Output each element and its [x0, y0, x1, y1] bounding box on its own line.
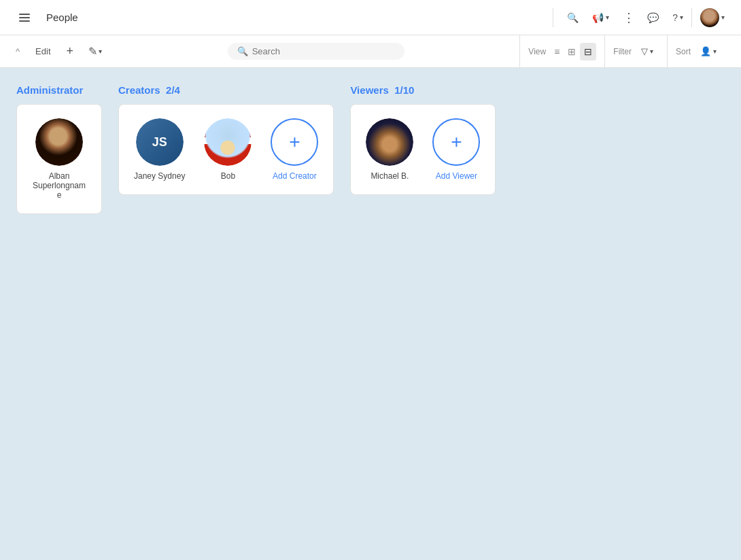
- menu-button[interactable]: [11, 7, 38, 29]
- alban-avatar: [35, 118, 83, 166]
- group-admin: Administrator Alban Superlongname: [16, 84, 102, 214]
- add-viewer-label: Add Viewer: [436, 171, 477, 181]
- view-list-button[interactable]: ≡: [550, 43, 564, 60]
- share-button[interactable]: ⋮: [617, 6, 639, 29]
- view-grid-icon: ⊞: [568, 46, 576, 57]
- person-bob: Bob: [197, 113, 258, 186]
- group-admin-title: Administrator: [16, 84, 102, 96]
- sort-icon: 👤: [700, 46, 711, 56]
- megaphone-button[interactable]: 📢 ▾: [587, 8, 615, 27]
- view-label: View: [528, 47, 546, 56]
- main-content: Administrator Alban Superlongname Creato…: [0, 68, 741, 560]
- search-icon: 🔍: [567, 12, 579, 23]
- person-janey: JS Janey Sydney: [127, 113, 192, 186]
- filter-section: Filter ▽ ▾: [604, 35, 667, 68]
- sort-label: Sort: [676, 47, 691, 56]
- filter-dropdown-arrow: ▾: [650, 48, 653, 55]
- help-dropdown-arrow: ▾: [680, 14, 683, 21]
- janey-avatar: JS: [136, 118, 184, 166]
- creators-count: 2/4: [166, 84, 180, 96]
- user-dropdown-arrow: ▾: [721, 14, 725, 21]
- person-alban: Alban Superlongname: [25, 113, 93, 205]
- megaphone-icon: 📢: [592, 12, 604, 23]
- navbar-divider: [553, 8, 553, 27]
- viewers-count: 1/10: [394, 84, 414, 96]
- dropdown-arrow: ▾: [606, 14, 609, 21]
- view-card-icon: ⊟: [584, 46, 592, 57]
- group-creators-card: JS Janey Sydney Bob + Add Creator: [118, 104, 334, 195]
- michael-avatar: [366, 118, 413, 166]
- chat-icon: 💬: [647, 12, 659, 23]
- person-michael: Michael B.: [359, 113, 420, 186]
- search-icon: 🔍: [237, 46, 248, 56]
- help-button[interactable]: ? ▾: [667, 8, 689, 27]
- bob-name: Bob: [221, 171, 235, 181]
- edit-label: Edit: [30, 43, 56, 59]
- alban-name: Alban Superlongname: [32, 171, 86, 200]
- share-icon: ⋮: [623, 10, 634, 25]
- add-button[interactable]: +: [62, 41, 79, 62]
- sort-button[interactable]: 👤 ▾: [695, 43, 722, 60]
- user-avatar-button[interactable]: ▾: [695, 4, 730, 31]
- toolbar: ^ Edit + ✎ ▾ 🔍 View ≡ ⊞ ⊟ Fil: [0, 35, 741, 68]
- view-grid-button[interactable]: ⊞: [564, 43, 580, 60]
- view-section: View ≡ ⊞ ⊟: [519, 35, 604, 68]
- group-creators: Creators 2/4 JS Janey Sydney Bob: [118, 84, 334, 195]
- hamburger-icon: [16, 11, 33, 24]
- user-avatar: [700, 8, 719, 27]
- pencil-icon: ✎: [88, 45, 97, 58]
- view-card-button[interactable]: ⊟: [580, 43, 596, 60]
- search-input[interactable]: [252, 46, 395, 56]
- pencil-button[interactable]: ✎ ▾: [84, 41, 107, 61]
- search-container: 🔍: [228, 43, 404, 60]
- filter-label: Filter: [613, 47, 632, 56]
- chat-button[interactable]: 💬: [642, 8, 664, 27]
- navbar-right-divider: [691, 8, 692, 27]
- michael-name: Michael B.: [370, 171, 409, 181]
- bob-avatar: [204, 118, 252, 166]
- add-viewer-circle: +: [432, 118, 480, 166]
- view-list-icon: ≡: [554, 46, 559, 57]
- app-title: People: [46, 12, 78, 23]
- group-viewers-title: Viewers 1/10: [350, 84, 496, 96]
- search-button[interactable]: 🔍: [562, 8, 584, 27]
- add-creator-card[interactable]: + Add Creator: [264, 113, 325, 186]
- filter-icon: ▽: [641, 46, 648, 56]
- pencil-dropdown-arrow: ▾: [99, 48, 102, 55]
- add-creator-label: Add Creator: [273, 171, 317, 181]
- sort-section: Sort 👤 ▾: [667, 35, 730, 68]
- group-creators-title: Creators 2/4: [118, 84, 334, 96]
- filter-button[interactable]: ▽ ▾: [636, 43, 659, 60]
- add-viewer-card[interactable]: + Add Viewer: [426, 113, 487, 186]
- janey-name: Janey Sydney: [134, 171, 185, 181]
- help-icon: ?: [672, 12, 678, 23]
- group-admin-card: Alban Superlongname: [16, 104, 102, 214]
- janey-initials: JS: [136, 118, 184, 166]
- navbar: People 🔍 📢 ▾ ⋮ 💬 ? ▾ ▾: [0, 0, 741, 35]
- collapse-button[interactable]: ^: [11, 43, 24, 60]
- group-viewers: Viewers 1/10 Michael B. + Add Viewer: [350, 84, 496, 195]
- groups-container: Administrator Alban Superlongname Creato…: [16, 84, 725, 214]
- sort-dropdown-arrow: ▾: [713, 48, 717, 55]
- group-viewers-card: Michael B. + Add Viewer: [350, 104, 496, 195]
- add-creator-circle: +: [271, 118, 318, 166]
